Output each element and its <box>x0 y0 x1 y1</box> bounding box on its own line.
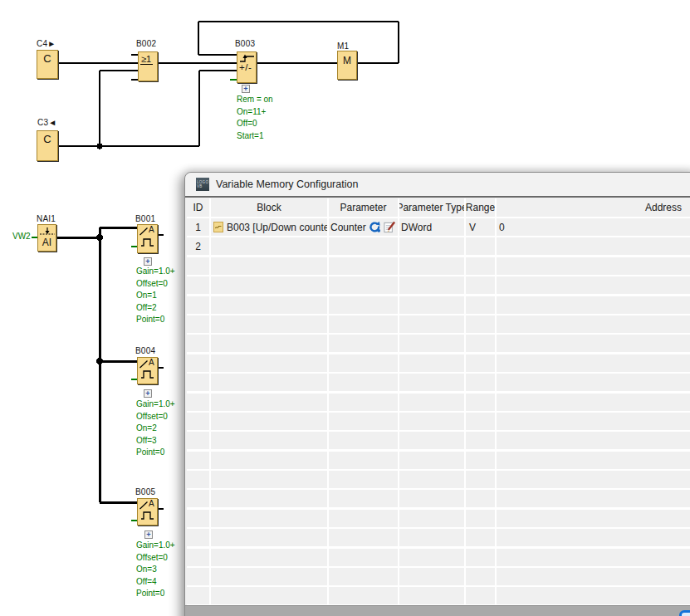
block-b001-analog-threshold[interactable]: A <box>137 224 158 253</box>
table-cell[interactable] <box>399 471 464 488</box>
table-row[interactable] <box>187 452 690 469</box>
block-b002-or-gate[interactable]: ≥1 <box>138 51 158 81</box>
table-cell[interactable] <box>329 374 398 391</box>
table-cell[interactable] <box>399 452 464 469</box>
table-cell[interactable] <box>187 257 209 275</box>
table-cell[interactable] <box>187 568 209 585</box>
table-cell[interactable] <box>187 296 209 314</box>
ok-button[interactable] <box>679 610 690 616</box>
table-cell[interactable] <box>497 432 690 449</box>
table-row[interactable] <box>187 529 690 546</box>
table-row[interactable] <box>187 413 690 430</box>
table-row[interactable] <box>187 471 690 488</box>
table-row[interactable] <box>187 296 690 314</box>
table-cell[interactable] <box>466 587 495 604</box>
table-row[interactable] <box>187 276 690 294</box>
table-cell[interactable] <box>497 237 690 255</box>
table-cell[interactable] <box>211 452 327 469</box>
table-row[interactable] <box>187 335 690 352</box>
dialog-titlebar[interactable]: LOGO VB Variable Memory Configuration <box>185 173 690 198</box>
table-cell[interactable] <box>187 315 209 333</box>
b001-expand-button[interactable]: + <box>144 257 152 266</box>
table-cell[interactable] <box>497 549 690 566</box>
table-row[interactable] <box>187 354 690 372</box>
table-cell[interactable] <box>329 549 398 566</box>
table-cell[interactable] <box>466 276 495 294</box>
table-row[interactable] <box>187 549 690 566</box>
table-cell[interactable] <box>399 296 464 314</box>
table-cell[interactable] <box>399 354 464 372</box>
table-cell[interactable] <box>399 374 464 391</box>
table-row[interactable] <box>187 587 690 604</box>
table-cell[interactable] <box>329 394 398 411</box>
table-cell[interactable] <box>497 510 690 527</box>
table-cell[interactable] <box>211 296 327 314</box>
b004-expand-button[interactable]: + <box>144 389 152 398</box>
table-cell[interactable] <box>211 354 327 372</box>
table-cell[interactable] <box>211 237 327 255</box>
table-cell[interactable]: 1 <box>187 218 209 236</box>
table-cell[interactable] <box>329 335 398 352</box>
table-cell[interactable] <box>187 452 209 469</box>
table-cell[interactable] <box>466 568 495 585</box>
table-cell[interactable] <box>187 471 209 488</box>
table-cell[interactable] <box>399 257 464 275</box>
table-cell[interactable] <box>187 394 209 411</box>
table-cell[interactable] <box>329 413 398 430</box>
table-cell[interactable] <box>329 510 398 527</box>
table-cell[interactable] <box>399 237 464 255</box>
table-cell[interactable] <box>497 471 690 488</box>
table-cell[interactable] <box>187 549 209 566</box>
table-cell[interactable] <box>211 257 327 275</box>
block-b004-analog-threshold[interactable]: A <box>137 357 158 384</box>
table-cell[interactable] <box>399 315 464 333</box>
table-cell[interactable] <box>329 432 398 449</box>
table-cell[interactable] <box>466 374 495 391</box>
table-cell[interactable] <box>329 568 398 585</box>
table-cell[interactable]: DWord <box>399 218 464 236</box>
block-c3-cursor-key[interactable]: C <box>37 130 58 161</box>
table-cell[interactable] <box>466 237 495 255</box>
refresh-icon[interactable] <box>369 221 381 233</box>
table-cell[interactable] <box>329 296 398 314</box>
table-cell[interactable] <box>329 276 398 294</box>
block-c4-cursor-key[interactable]: C <box>37 50 58 79</box>
table-cell[interactable] <box>211 549 327 566</box>
table-cell[interactable]: B003 [Up/Down counter] <box>211 218 327 236</box>
table-cell[interactable] <box>497 394 690 411</box>
table-row[interactable]: 2 <box>187 237 690 255</box>
table-cell[interactable] <box>399 490 464 507</box>
table-cell[interactable] <box>466 335 495 352</box>
table-row[interactable]: 1 B003 [Up/Down counter]Counter DWordV0 <box>187 218 690 236</box>
table-cell[interactable] <box>466 510 495 527</box>
table-cell[interactable] <box>497 413 690 430</box>
table-cell[interactable] <box>187 490 209 507</box>
table-cell[interactable] <box>399 335 464 352</box>
table-cell[interactable] <box>466 354 495 372</box>
table-cell[interactable] <box>211 490 327 507</box>
table-cell[interactable] <box>399 276 464 294</box>
table-cell[interactable] <box>187 335 209 352</box>
table-cell[interactable] <box>497 529 690 546</box>
table-row[interactable] <box>187 510 690 527</box>
table-cell[interactable] <box>211 432 327 449</box>
table-cell[interactable]: V <box>466 218 495 236</box>
table-row[interactable] <box>187 257 690 275</box>
table-cell[interactable] <box>399 587 464 604</box>
analog-wires[interactable] <box>56 227 138 502</box>
table-cell[interactable] <box>466 471 495 488</box>
table-cell[interactable] <box>211 276 327 294</box>
block-nai1-network-analog-input[interactable]: AI <box>37 224 56 252</box>
table-cell[interactable] <box>211 394 327 411</box>
col-header-address[interactable]: Address <box>497 198 690 217</box>
table-cell[interactable] <box>211 315 327 333</box>
block-b003-updown-counter[interactable]: +/- <box>237 51 257 83</box>
table-cell[interactable] <box>466 257 495 275</box>
table-row[interactable] <box>187 394 690 411</box>
table-cell[interactable] <box>497 257 690 275</box>
table-cell[interactable] <box>211 568 327 585</box>
table-row[interactable] <box>187 374 690 391</box>
table-cell[interactable] <box>329 354 398 372</box>
table-cell[interactable] <box>187 510 209 527</box>
table-cell[interactable] <box>399 432 464 449</box>
